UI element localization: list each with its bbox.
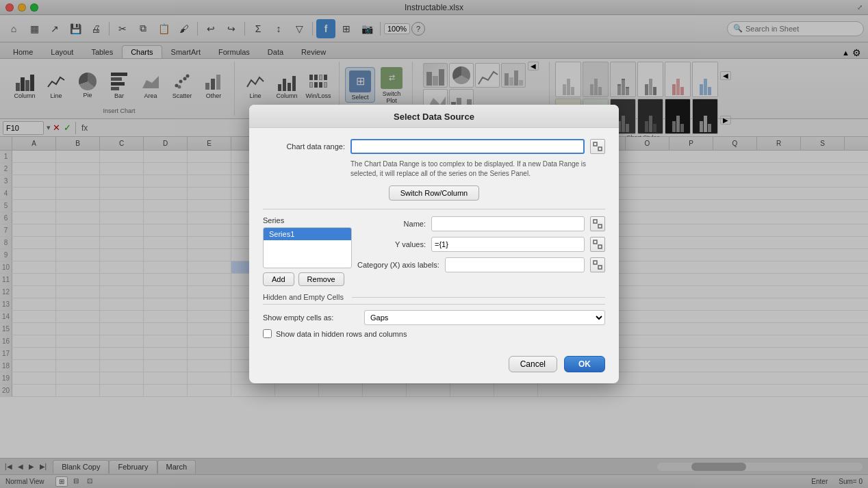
dialog-body: Chart data range: The Chart Data Range i… — [249, 128, 619, 349]
category-row: Category (X) axis labels: — [357, 257, 605, 272]
show-hidden-row: Show data in hidden rows and columns — [263, 329, 605, 338]
name-row: Name: — [357, 216, 605, 231]
ok-button[interactable]: OK — [564, 356, 605, 372]
series-list[interactable]: Series1 — [263, 227, 352, 268]
hidden-empty-title: Hidden and Empty Cells — [263, 293, 605, 305]
series-buttons: Add Remove — [263, 272, 352, 286]
name-range-selector-button[interactable] — [590, 216, 605, 231]
dialog-overlay: Select Data Source Chart data range: The… — [0, 0, 868, 488]
name-label: Name: — [357, 220, 426, 228]
series-panel: Series Series1 Add Remove — [263, 216, 352, 286]
chart-data-range-row: Chart data range: — [263, 139, 605, 154]
svg-rect-15 — [598, 245, 602, 248]
dialog-title: Select Data Source — [249, 105, 619, 128]
svg-rect-13 — [598, 224, 602, 228]
svg-rect-14 — [593, 240, 597, 244]
select-data-source-dialog: Select Data Source Chart data range: The… — [249, 105, 619, 383]
dialog-footer: Cancel OK — [249, 349, 619, 383]
remove-series-button[interactable]: Remove — [298, 272, 344, 286]
show-empty-label: Show empty cells as: — [263, 313, 359, 322]
svg-rect-10 — [593, 142, 597, 146]
y-values-input[interactable] — [431, 237, 585, 252]
category-input[interactable] — [445, 257, 585, 272]
show-hidden-checkbox[interactable] — [263, 329, 272, 338]
series-item[interactable]: Series1 — [264, 228, 351, 240]
switch-row-column-button[interactable]: Switch Row/Column — [389, 185, 479, 201]
svg-rect-11 — [598, 147, 602, 151]
show-hidden-label: Show data in hidden rows and columns — [276, 330, 407, 338]
hidden-empty-section: Hidden and Empty Cells Show empty cells … — [263, 293, 605, 338]
chart-data-range-selector-button[interactable] — [590, 139, 605, 154]
y-values-label: Y values: — [357, 240, 426, 248]
switch-row-column-row: Switch Row/Column — [263, 185, 605, 201]
y-values-row: Y values: — [357, 237, 605, 252]
name-values-panel: Name: Y values: — [357, 216, 605, 272]
name-input[interactable] — [431, 216, 585, 231]
chart-data-range-input[interactable] — [350, 139, 585, 154]
show-empty-row: Show empty cells as: Gaps Zero Connect w… — [263, 310, 605, 325]
category-range-selector-button[interactable] — [590, 257, 605, 272]
cancel-button[interactable]: Cancel — [509, 356, 557, 372]
series-label: Series — [263, 216, 352, 224]
chart-data-range-info: The Chart Data Range is too complex to b… — [350, 159, 605, 179]
y-values-range-selector-button[interactable] — [590, 237, 605, 252]
svg-rect-12 — [593, 220, 597, 223]
svg-rect-16 — [593, 261, 597, 264]
chart-data-range-label: Chart data range: — [263, 142, 345, 151]
dialog-separator-1 — [263, 209, 605, 209]
category-label: Category (X) axis labels: — [357, 261, 439, 269]
series-section: Series Series1 Add Remove Name: — [263, 216, 605, 286]
svg-rect-17 — [598, 266, 602, 269]
add-series-button[interactable]: Add — [263, 272, 294, 286]
show-empty-select[interactable]: Gaps Zero Connect with line — [364, 310, 605, 325]
